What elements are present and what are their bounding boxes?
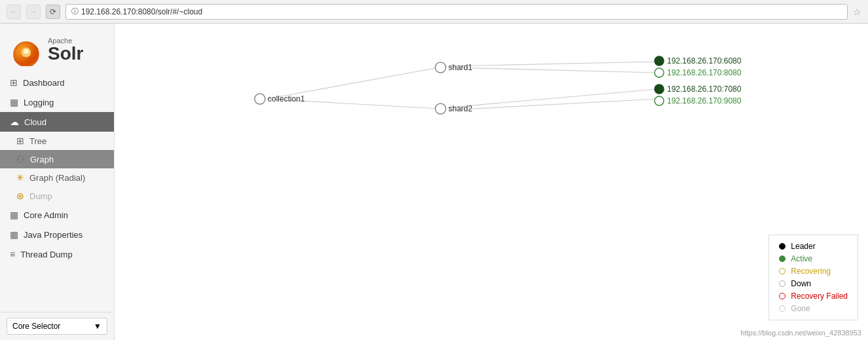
active-dot [779,255,786,262]
shard2-label: shard2 [448,104,473,113]
ip2-label: 192.168.26.170:8080 [667,68,742,77]
leader-dot [779,243,786,250]
main-layout: Apache Solr ⊞ Dashboard ▦ Logging ☁ Clou… [0,24,868,340]
graph-radial-label: Graph (Radial) [29,173,85,183]
sidebar-item-java-properties[interactable]: ▦ Java Properties [0,225,114,244]
watermark: https://blog.csdn.net/weixn_42838953 [740,329,861,337]
collection1-node[interactable] [255,94,265,104]
shard2-node[interactable] [435,104,446,114]
shard1-node[interactable] [435,62,446,73]
ip4-label: 192.168.26.170:9080 [667,96,742,105]
core-admin-icon: ▦ [10,210,18,220]
core-admin-label: Core Admin [24,210,68,220]
legend-item-recovery-failed: Recovery Failed [779,292,848,301]
core-selector-label: Core Selector [12,322,60,331]
sidebar-item-dump[interactable]: ⊛ Dump [0,187,114,205]
recovery-failed-label: Recovery Failed [791,292,848,301]
core-selector-dropdown[interactable]: Core Selector ▼ [7,318,107,335]
cloud-icon: ☁ [10,117,19,127]
ip3-label: 192.168.26.170:7080 [667,85,742,94]
graph-label: Graph [30,155,54,164]
dump-label: Dump [29,191,52,201]
svg-point-8 [24,49,28,54]
legend-item-gone: Gone [779,304,848,313]
sidebar-item-tree[interactable]: ⊞ Tree [0,132,114,150]
solr-brand: Apache Solr [48,37,83,63]
legend-item-recovering: Recovering [779,267,848,276]
java-properties-label: Java Properties [24,230,82,240]
cloud-label: Cloud [24,117,46,127]
legend-item-leader: Leader [779,242,848,251]
svg-line-11 [448,62,658,66]
forward-button[interactable]: → [26,5,41,19]
legend: Leader Active Recovering Down Recovery F [769,235,858,320]
logging-label: Logging [24,98,54,107]
legend-item-active: Active [779,254,848,263]
sidebar-item-core-admin[interactable]: ▦ Core Admin [0,205,114,225]
down-label: Down [791,279,811,288]
content-area: collection1 shard1 shard2 192.168.26.170… [115,24,868,340]
dashboard-label: Dashboard [23,78,65,88]
collection1-label: collection1 [268,94,305,104]
gone-label: Gone [791,304,810,313]
sidebar-item-graph[interactable]: ⚇ Graph [0,150,114,168]
address-bar[interactable]: ⓘ 192.168.26.170:8080/solr/#/~cloud [65,4,848,20]
solr-label: Solr [48,43,83,64]
core-selector-chevron-icon: ▼ [94,322,101,331]
logging-icon: ▦ [10,97,18,107]
ip3-node[interactable] [655,85,664,94]
logo-area: Apache Solr [0,24,114,73]
dashboard-icon: ⊞ [10,77,18,88]
recovering-label: Recovering [791,267,831,276]
ip1-label: 192.168.26.170:6080 [667,56,742,66]
bookmark-icon[interactable]: ☆ [853,7,861,17]
sidebar-item-dashboard[interactable]: ⊞ Dashboard [0,73,114,92]
recovery-failed-dot [779,293,786,299]
thread-dump-icon: ≡ [10,249,15,259]
sidebar-bottom: Core Selector ▼ [0,312,114,340]
sidebar: Apache Solr ⊞ Dashboard ▦ Logging ☁ Clou… [0,24,115,340]
sidebar-item-thread-dump[interactable]: ≡ Thread Dump [0,244,114,264]
tree-icon: ⊞ [16,136,24,146]
sidebar-nav: ⊞ Dashboard ▦ Logging ☁ Cloud ⊞ Tree ⚇ G… [0,73,114,312]
graph-area: collection1 shard1 shard2 192.168.26.170… [115,24,868,340]
ip4-node[interactable] [655,96,664,105]
svg-line-12 [448,67,658,73]
url-text: 192.168.26.170:8080/solr/#/~cloud [81,7,202,16]
sidebar-item-graph-radial[interactable]: ✳ Graph (Radial) [0,168,114,187]
sidebar-item-cloud[interactable]: ☁ Cloud [0,112,114,132]
tree-label: Tree [29,136,46,146]
active-label: Active [791,254,812,263]
ip2-node[interactable] [655,68,664,77]
legend-item-down: Down [779,279,848,288]
graph-svg: collection1 shard1 shard2 192.168.26.170… [115,24,868,340]
leader-label: Leader [791,242,815,251]
sidebar-item-logging[interactable]: ▦ Logging [0,92,114,112]
graph-icon: ⚇ [16,154,25,164]
thread-dump-label: Thread Dump [20,250,72,259]
lock-icon: ⓘ [71,7,79,16]
solr-logo-icon [10,33,43,66]
shard1-label: shard1 [448,63,473,72]
refresh-button[interactable]: ⟳ [46,5,60,19]
dump-icon: ⊛ [16,191,24,201]
browser-toolbar: ← → ⟳ ⓘ 192.168.26.170:8080/solr/#/~clou… [0,0,868,24]
recovering-dot [779,268,786,274]
graph-radial-icon: ✳ [16,172,24,183]
ip1-node[interactable] [655,56,664,66]
down-dot [779,280,786,287]
gone-dot [779,305,786,312]
java-properties-icon: ▦ [10,229,18,240]
back-button[interactable]: ← [7,5,21,19]
